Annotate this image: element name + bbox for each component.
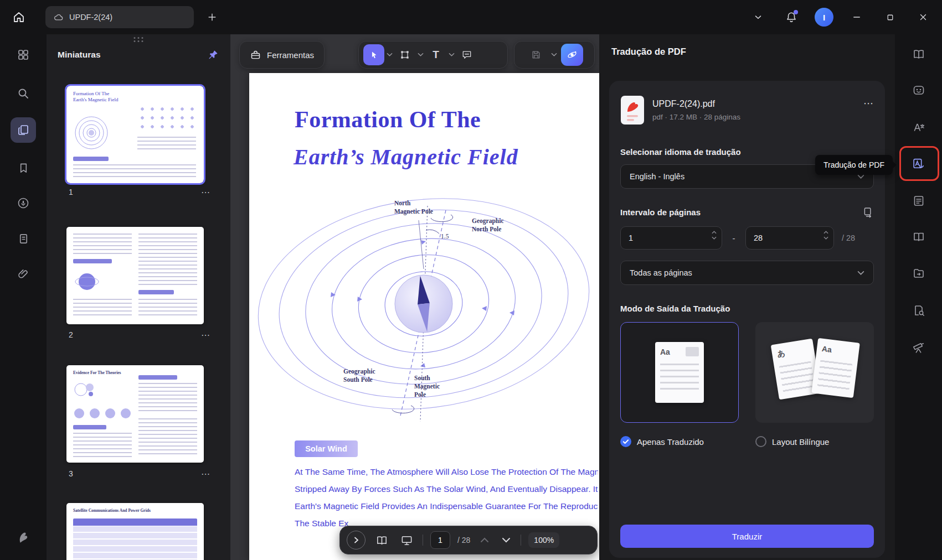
panel-title: Tradução de PDF — [611, 46, 686, 57]
new-tab-button[interactable] — [203, 8, 222, 27]
ai-chat-button[interactable] — [907, 78, 931, 102]
document-tab[interactable]: UPDF-2(24) — [45, 6, 194, 28]
sidebar-item-document[interactable] — [11, 226, 36, 251]
document-icon — [17, 232, 30, 245]
radio-bilingual[interactable]: Layout Bilíngue — [755, 436, 874, 447]
mode-option-bilingual[interactable]: あ Aa — [755, 322, 874, 423]
mini-dots — [137, 105, 196, 133]
translate-button[interactable]: Traduzir — [620, 525, 874, 548]
select-tool-dropdown[interactable] — [385, 46, 393, 63]
page-range-icon[interactable] — [862, 206, 874, 218]
translate-pdf-tooltip: Tradução de PDF — [815, 155, 893, 175]
select-tool-button[interactable] — [363, 44, 384, 65]
save-ai-group — [514, 41, 595, 69]
translated-doc-preview: Aa — [655, 342, 704, 403]
ai-sparkle-icon — [566, 49, 578, 61]
page-navigation-bar: / 28 100% — [339, 526, 598, 554]
sidebar-item-attachments[interactable] — [11, 261, 36, 287]
range-dash: - — [722, 234, 745, 243]
updf-logo-icon — [16, 530, 30, 545]
panel-drag-handle[interactable] — [134, 37, 143, 42]
sidebar-item-thumbnails[interactable] — [11, 117, 36, 143]
shape-tool-button[interactable] — [394, 44, 415, 65]
mini-cluster — [73, 380, 97, 400]
ai-assistant-button[interactable] — [561, 44, 583, 66]
maximize-button[interactable] — [880, 7, 900, 27]
thumbnail-menu-button[interactable]: ⋯ — [201, 187, 210, 198]
pages-scope-select[interactable]: Todas as páginas — [620, 261, 874, 285]
next-page-button[interactable] — [499, 533, 513, 547]
tools-menu-group[interactable]: Ferramentas — [239, 41, 325, 69]
home-button[interactable] — [7, 5, 31, 29]
mini-table-header — [73, 518, 197, 526]
form-edit-button[interactable] — [907, 189, 931, 213]
pdf-page[interactable]: Formation Of The Earth’s Magnetic Field — [249, 73, 599, 560]
comment-tool-button[interactable] — [456, 44, 477, 65]
mini-text — [73, 433, 132, 457]
range-from-field[interactable] — [620, 226, 722, 250]
file-convert-button[interactable] — [907, 261, 931, 286]
avatar[interactable]: I — [815, 8, 833, 27]
range-from-input[interactable] — [629, 227, 689, 249]
sidebar-item-apps[interactable] — [11, 42, 36, 68]
presentation-tools-button[interactable] — [907, 335, 931, 359]
minimize-button[interactable] — [847, 7, 867, 27]
range-to-input[interactable] — [754, 227, 806, 249]
save-icon — [531, 49, 542, 60]
page-number-input[interactable] — [430, 531, 450, 549]
thumbnail-caption: Formation Of The Earth's Magnetic Field — [73, 91, 145, 103]
text-tool-dropdown[interactable] — [447, 46, 455, 63]
booklet-button[interactable] — [907, 225, 931, 249]
sidebar-item-bookmarks[interactable] — [11, 155, 36, 180]
radio-translated-only[interactable]: Apenas Traduzido — [620, 436, 739, 447]
updf-logo-button[interactable] — [11, 525, 36, 550]
pin-icon — [208, 49, 219, 60]
pin-panel-button[interactable] — [206, 48, 220, 62]
expand-bar-button[interactable] — [347, 531, 366, 549]
stepper-icons[interactable] — [823, 231, 828, 240]
thumbnail-page-2[interactable] — [66, 227, 204, 324]
ja-glyph: あ — [776, 349, 786, 359]
thumbnail-menu-button[interactable]: ⋯ — [201, 330, 210, 340]
red-highlight-annotation — [899, 146, 939, 181]
text-tool-button[interactable]: T — [425, 44, 446, 65]
reader-mode-button[interactable] — [907, 42, 931, 66]
mode-option-translated-only[interactable]: Aa — [620, 322, 739, 423]
reader-view-button[interactable] — [373, 531, 390, 549]
magnetic-field-diagram: North Magnetic Pole Geographic North Pol… — [255, 198, 593, 436]
thumbnail-menu-button[interactable]: ⋯ — [201, 469, 210, 479]
thumbnail-page-4[interactable]: Satellite Communications And Power Grids — [66, 503, 204, 560]
mini-heading — [138, 290, 174, 294]
close-button[interactable] — [913, 7, 933, 27]
title-bar: UPDF-2(24) I — [0, 0, 942, 34]
shape-tool-dropdown[interactable] — [416, 46, 424, 63]
sidebar-item-search[interactable] — [11, 81, 36, 106]
thumbnail-page-3[interactable]: Evidence For The Theories — [66, 365, 204, 463]
mini-circle-row — [73, 407, 134, 419]
save-button[interactable] — [526, 44, 547, 65]
cloud-icon — [53, 12, 64, 23]
previous-page-button[interactable] — [477, 533, 492, 547]
edit-tools-group: T — [358, 41, 508, 69]
sidebar-item-comments[interactable] — [11, 190, 36, 216]
notifications-button[interactable] — [781, 7, 801, 27]
booklet-icon — [912, 230, 925, 243]
range-to-field[interactable] — [745, 226, 834, 250]
file-meta: pdf · 17.2 MB · 28 páginas — [652, 113, 856, 121]
pdf-body-line: Stripped Away By Forces Such As The Sola… — [295, 484, 598, 494]
stepper-icons[interactable] — [712, 231, 717, 240]
translate-text-button[interactable] — [907, 115, 931, 139]
close-icon — [918, 12, 928, 22]
zoom-level[interactable]: 100% — [528, 532, 559, 548]
label-south-magnetic-pole: South Magnetic Pole — [414, 374, 440, 399]
range-total: / 28 — [842, 234, 855, 242]
presentation-button[interactable] — [398, 531, 415, 549]
file-menu-button[interactable]: ⋯ — [863, 97, 874, 110]
page-range-inputs: - / 28 — [620, 226, 874, 250]
tooltip-text: Tradução de PDF — [823, 160, 884, 169]
toolbar-collapse-button[interactable] — [748, 7, 768, 27]
thumbnail-page-1[interactable]: Formation Of The Earth's Magnetic Field — [66, 86, 204, 183]
ocr-search-button[interactable] — [907, 298, 931, 323]
thumbnails-panel: Miniaturas Formation Of The Earth's Magn… — [47, 34, 230, 560]
save-dropdown[interactable] — [550, 46, 558, 63]
